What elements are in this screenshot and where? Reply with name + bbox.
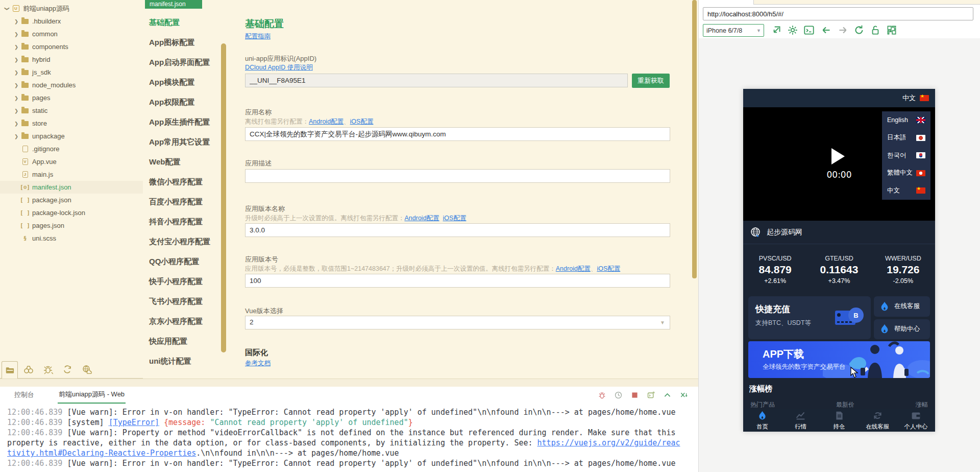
tree-item--hbuilderx[interactable]: ❯.hbuilderx — [0, 15, 143, 28]
sync-icon[interactable] — [62, 364, 72, 374]
chevron-icon[interactable]: ❯ — [13, 69, 20, 75]
chevron-icon[interactable]: ❯ — [13, 31, 20, 37]
forward-icon[interactable] — [837, 24, 849, 36]
manifest-section-uni统计配置[interactable]: uni统计配置 — [149, 351, 220, 371]
chevron-icon[interactable]: ❯ — [13, 121, 20, 126]
console-tab-前端uniapp源码 - Web[interactable]: 前端uniapp源码 - Web — [58, 386, 126, 404]
tree-item-package-lock-json[interactable]: [ ]package-lock.json — [0, 206, 143, 219]
manifest-section-App常用其它设置[interactable]: App常用其它设置 — [149, 132, 220, 152]
qr-code-icon[interactable] — [886, 24, 898, 36]
editor-horizontal-scrollbar[interactable] — [0, 379, 698, 387]
manifest-section-京东小程序配置[interactable]: 京东小程序配置 — [149, 311, 220, 331]
tree-item--gitignore[interactable]: .gitignore — [0, 143, 143, 155]
tree-item-package-json[interactable]: [ ]package.json — [0, 194, 143, 206]
manifest-section-微信小程序配置[interactable]: 微信小程序配置 — [149, 172, 220, 192]
devtools-console-icon[interactable] — [803, 24, 815, 36]
android-config-link[interactable]: Android配置 — [556, 265, 591, 272]
manifest-section-QQ小程序配置[interactable]: QQ小程序配置 — [149, 251, 220, 271]
tree-item-store[interactable]: ❯store — [0, 117, 143, 130]
play-icon[interactable] — [831, 148, 845, 164]
language-option-cn[interactable]: 中文 — [882, 182, 930, 200]
ios-config-link[interactable]: iOS配置 — [350, 118, 374, 125]
app-desc-input[interactable] — [245, 169, 670, 183]
url-input[interactable] — [703, 7, 973, 20]
language-option-uk[interactable]: English — [882, 111, 930, 129]
editor-scrollbar[interactable] — [692, 0, 697, 278]
search-binoculars-icon[interactable] — [23, 364, 34, 374]
manifest-section-支付宝小程序配置[interactable]: 支付宝小程序配置 — [149, 231, 220, 251]
ticker-WWER/USD[interactable]: WWER/USD19.726-2.05% — [871, 244, 935, 295]
ticker-GTE/USD[interactable]: GTE/USD0.11643+3.47% — [807, 244, 871, 295]
quick-recharge-card[interactable]: 快捷充值 支持BTC、USDT等 B — [748, 296, 871, 339]
phone-tab-首页[interactable]: 首页 — [743, 409, 781, 432]
tree-item-pages[interactable]: ❯pages — [0, 91, 143, 104]
phone-tab-在线客服[interactable]: 在线客服 — [859, 409, 897, 432]
chevron-icon[interactable]: ❯ — [13, 82, 20, 88]
chevron-icon[interactable]: ❯ — [13, 57, 20, 62]
refresh-appid-button[interactable]: 重新获取 — [632, 74, 670, 88]
tree-item-main-js[interactable]: Jmain.js — [0, 168, 143, 181]
manifest-section-App权限配置[interactable]: App权限配置 — [149, 92, 220, 112]
manifest-section-App图标配置[interactable]: App图标配置 — [149, 32, 220, 52]
tree-item-manifest-json[interactable]: [⚙]manifest.json — [0, 181, 143, 194]
console-link[interactable]: tivity.html#Declaring-Reactive-Propertie… — [7, 449, 196, 458]
open-console-icon[interactable] — [647, 391, 655, 399]
language-option-kr[interactable]: 한국어 — [882, 147, 930, 164]
online-service-card[interactable]: 在线客服 — [874, 296, 930, 317]
gear-icon[interactable] — [787, 24, 799, 36]
editor-tab-manifest[interactable]: manifest.json — [145, 0, 202, 9]
debug-bug-icon[interactable] — [43, 364, 53, 374]
tree-item-js-sdk[interactable]: ❯js_sdk — [0, 66, 143, 79]
language-option-jp[interactable]: 日本語 — [882, 129, 930, 147]
tree-item-uni-scss[interactable]: §uni.scss — [0, 232, 143, 245]
china-flag-icon[interactable] — [920, 95, 929, 101]
tree-item-node-modules[interactable]: ❯node_modules — [0, 79, 143, 91]
phone-tab-行情[interactable]: 行情 — [781, 409, 820, 432]
device-select[interactable]: iPhone 6/7/8▼ — [703, 24, 764, 37]
refresh-icon[interactable] — [853, 24, 865, 36]
manifest-section-Web配置[interactable]: Web配置 — [149, 152, 220, 172]
manifest-section-App原生插件配置[interactable]: App原生插件配置 — [149, 112, 220, 132]
globe-cloud-icon[interactable] — [82, 364, 92, 374]
version-code-input[interactable] — [245, 274, 670, 288]
appid-input[interactable] — [245, 74, 628, 87]
console-link[interactable]: [TypeError] — [109, 418, 159, 427]
manifest-section-抖音小程序配置[interactable]: 抖音小程序配置 — [149, 211, 220, 231]
config-guide-link[interactable]: 配置指南 — [245, 32, 271, 41]
appid-doc-link[interactable]: DCloud AppID 使用说明 — [245, 63, 313, 72]
ticker-PVSC/USD[interactable]: PVSC/USD84.879+2.61% — [743, 244, 807, 295]
lock-icon[interactable] — [869, 24, 881, 36]
help-center-card[interactable]: 帮助中心 — [874, 319, 930, 340]
android-config-link[interactable]: Android配置 — [405, 215, 439, 222]
explorer-tab-files[interactable] — [2, 361, 18, 379]
browser-tab[interactable] — [699, 0, 754, 5]
version-name-input[interactable] — [245, 223, 670, 237]
console-tab-控制台[interactable]: 控制台 — [13, 387, 35, 403]
run-timer-icon[interactable] — [614, 391, 623, 399]
stop-icon[interactable] — [630, 391, 639, 399]
app-name-input[interactable] — [245, 127, 670, 141]
clear-console-icon[interactable] — [679, 391, 688, 399]
console-link[interactable]: https://vuejs.org/v2/guide/reac — [537, 438, 680, 447]
tree-item-hybrid[interactable]: ❯hybrid — [0, 53, 143, 66]
phone-tab-持仓[interactable]: 持仓 — [820, 409, 858, 432]
tree-item-app-vue[interactable]: VApp.vue — [0, 155, 143, 168]
tree-item-static[interactable]: ❯static — [0, 104, 143, 117]
popout-window-icon[interactable] — [770, 24, 782, 36]
manifest-section-百度小程序配置[interactable]: 百度小程序配置 — [149, 192, 220, 211]
tree-item--uniapp-[interactable]: ❯U前端uniapp源码 — [0, 2, 143, 15]
chevron-icon[interactable]: ❯ — [4, 5, 10, 12]
manifest-section-App模块配置[interactable]: App模块配置 — [149, 72, 220, 92]
ios-config-link[interactable]: iOS配置 — [597, 265, 620, 272]
tree-item-components[interactable]: ❯components — [0, 40, 143, 53]
tree-item-unpackage[interactable]: ❯unpackage — [0, 130, 143, 143]
chevron-icon[interactable]: ❯ — [13, 108, 20, 113]
language-option-hk[interactable]: 繁體中文 — [882, 164, 930, 182]
ios-config-link[interactable]: iOS配置 — [443, 215, 467, 222]
app-download-banner[interactable]: APP下载 全球领先的数字资产交易平台 — [748, 341, 930, 378]
chevron-icon[interactable]: ❯ — [13, 133, 20, 139]
manifest-section-App启动界面配置[interactable]: App启动界面配置 — [149, 52, 220, 72]
tree-item-common[interactable]: ❯common — [0, 28, 143, 40]
android-config-link[interactable]: Android配置 — [309, 118, 344, 125]
chevron-icon[interactable]: ❯ — [13, 44, 20, 50]
